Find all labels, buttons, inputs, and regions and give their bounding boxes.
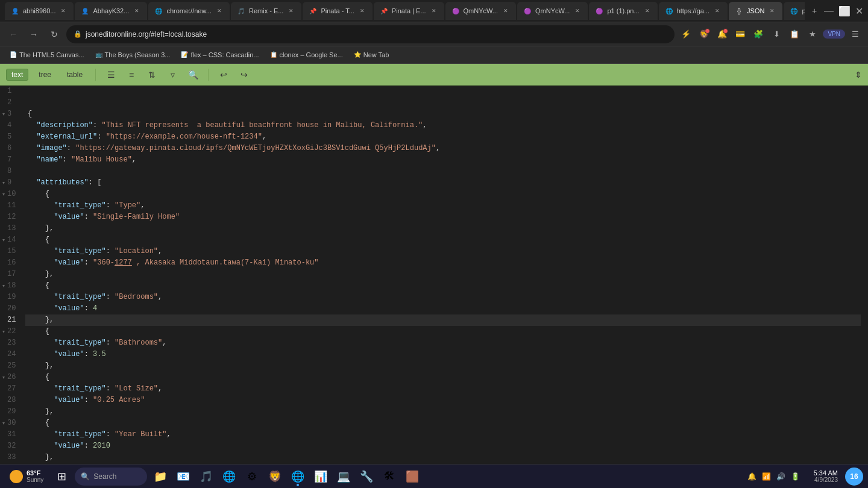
taskbar-app-browser[interactable]: 🌐: [287, 466, 309, 487]
maximize-button[interactable]: ⬜: [838, 5, 851, 17]
vpn-button[interactable]: VPN: [823, 30, 845, 39]
tab-close-button[interactable]: ✕: [133, 7, 141, 15]
code-line: [25, 86, 861, 97]
taskbar-search-box[interactable]: 🔍 Search: [75, 468, 147, 486]
bookmark-item[interactable]: ⭐ New Tab: [349, 48, 394, 61]
brave-rewards-icon[interactable]: ⚡: [678, 27, 694, 42]
taskbar-apps: 📁 📧 🎵 🌐 ⚙ 🦁 🌐 📊 💻 🔧 🛠 🟫: [149, 466, 423, 487]
bookmark-label: New Tab: [363, 51, 389, 58]
taskbar-app-chrome[interactable]: 🌐: [218, 466, 240, 487]
taskbar-app-terminal[interactable]: 🔧: [356, 466, 377, 487]
tab-close-button[interactable]: ✕: [287, 7, 295, 15]
weather-widget[interactable]: 63°F Sunny: [5, 469, 48, 483]
tray-battery[interactable]: 🔋: [790, 471, 802, 483]
reload-button[interactable]: ↻: [46, 26, 63, 43]
taskbar-app-dev[interactable]: 🛠: [379, 466, 400, 487]
bookmark-item[interactable]: 📺 The Boys (Season 3...: [90, 48, 175, 61]
view-text-button[interactable]: text: [6, 69, 28, 81]
taskbar-app-explorer[interactable]: 📁: [149, 466, 171, 487]
notifications-icon[interactable]: 🔔: [714, 27, 730, 42]
new-tab-button[interactable]: +: [807, 4, 822, 18]
fold-arrow[interactable]: ▾: [0, 108, 7, 120]
browser-tab-tab9[interactable]: 🟣 p1 (1).pn... ✕: [589, 2, 657, 20]
taskbar-app-brave[interactable]: 🦁: [264, 466, 286, 487]
view-tree-button[interactable]: tree: [33, 69, 57, 81]
taskbar-clock[interactable]: 5:34 AM 4/9/2023: [809, 469, 843, 483]
line-number: 5: [7, 131, 17, 143]
tab-close-button[interactable]: ✕: [573, 7, 582, 15]
browser-tab-tab11[interactable]: {} JSON ✕: [729, 2, 782, 20]
taskbar-app-excel[interactable]: 📊: [310, 466, 332, 487]
fold-arrow[interactable]: ▾: [0, 372, 7, 383]
tab-close-button[interactable]: ✕: [502, 7, 510, 15]
tray-notifications[interactable]: 🔔: [746, 471, 758, 483]
sort-button[interactable]: ⇅: [144, 67, 160, 83]
line-number: 25: [7, 360, 22, 372]
start-button[interactable]: ⊞: [51, 466, 72, 487]
filter-button[interactable]: ▿: [165, 67, 180, 83]
wallet-icon[interactable]: 💳: [732, 27, 748, 42]
taskbar-app-settings[interactable]: ⚙: [241, 466, 263, 487]
tab-close-button[interactable]: ✕: [713, 7, 722, 15]
downloads-icon[interactable]: ⬇: [769, 27, 784, 42]
close-button[interactable]: ✕: [855, 5, 863, 17]
line-number: 13: [7, 223, 22, 234]
taskbar-avatar[interactable]: 16: [845, 468, 863, 486]
redo-button[interactable]: ↪: [236, 67, 252, 83]
screenshare-icon[interactable]: 📋: [787, 27, 802, 42]
search-button[interactable]: 🔍: [185, 67, 201, 83]
taskbar-app-other[interactable]: 🟫: [401, 466, 423, 487]
browser-tab-tab7[interactable]: 🟣 QmNYcW... ✕: [445, 2, 516, 20]
fold-arrow[interactable]: ▾: [0, 326, 7, 337]
browser-tab-tab6[interactable]: 📌 Pinata | E... ✕: [374, 2, 444, 20]
taskbar-app-vscode[interactable]: 💻: [333, 466, 354, 487]
extensions-icon[interactable]: 🧩: [750, 27, 766, 42]
browser-tab-tab12[interactable]: 🌐 property ... ✕: [784, 2, 805, 20]
fold-arrow: [0, 97, 7, 108]
browser-tab-tab10[interactable]: 🌐 https://ga... ✕: [659, 2, 728, 20]
fold-arrow[interactable]: ▾: [0, 189, 7, 200]
tab-favicon: 👤: [81, 7, 89, 15]
bookmark-item[interactable]: 📋 clonex – Google Se...: [265, 48, 348, 61]
expand-button[interactable]: ⇕: [855, 70, 862, 80]
scrollbar-track[interactable]: [861, 86, 868, 464]
shields-icon[interactable]: 🦁: [696, 27, 712, 42]
taskbar-app-mail[interactable]: 📧: [172, 466, 194, 487]
tab-close-button[interactable]: ✕: [643, 7, 652, 15]
fold-arrow: [0, 120, 7, 131]
browser-tab-tab8[interactable]: 🟣 QmNYcW... ✕: [517, 2, 588, 20]
menu-button[interactable]: ☰: [848, 27, 863, 42]
browser-tab-tab5[interactable]: 📌 Pinata - T... ✕: [303, 2, 372, 20]
tray-wifi[interactable]: 📶: [761, 471, 773, 483]
tab-close-button[interactable]: ✕: [768, 7, 776, 15]
taskbar-app-spotify[interactable]: 🎵: [195, 466, 217, 487]
browser-tab-tab3[interactable]: 🌐 chrome://new... ✕: [148, 2, 230, 20]
browser-tab-tab2[interactable]: 👤 AbhayK32... ✕: [75, 2, 147, 20]
code-area[interactable]: { "description": "This NFT represents a …: [25, 86, 861, 464]
address-bar[interactable]: 🔒 jsoneditoronline.org/#left=local.tosak…: [66, 25, 675, 43]
tray-volume[interactable]: 🔊: [775, 471, 787, 483]
tab-close-button[interactable]: ✕: [358, 7, 366, 15]
view-table-button[interactable]: table: [61, 69, 88, 81]
tab-close-button[interactable]: ✕: [430, 7, 438, 15]
tab-close-button[interactable]: ✕: [215, 7, 224, 15]
clock-time: 5:34 AM: [814, 469, 838, 477]
fold-arrow[interactable]: ▾: [0, 418, 7, 429]
bookmarks-icon[interactable]: ★: [805, 27, 820, 42]
tab-close-button[interactable]: ✕: [59, 7, 68, 15]
minimize-button[interactable]: —: [824, 5, 834, 16]
forward-button[interactable]: →: [25, 26, 42, 43]
fold-arrow[interactable]: ▾: [0, 234, 7, 246]
line-number: 18: [7, 280, 22, 292]
back-button[interactable]: ←: [5, 26, 22, 43]
browser-tab-tab4[interactable]: 🎵 Remix - E... ✕: [231, 2, 301, 20]
fold-arrow[interactable]: ▾: [0, 177, 7, 189]
undo-button[interactable]: ↩: [216, 67, 231, 83]
bookmark-item[interactable]: 📄 The HTML5 Canvas...: [5, 48, 89, 61]
fold-arrow[interactable]: ▾: [0, 280, 7, 292]
format-button[interactable]: ☰: [103, 67, 119, 83]
compact-button[interactable]: ≡: [124, 67, 139, 83]
bookmark-item[interactable]: 📝 flex – CSS: Cascadin...: [176, 48, 263, 61]
browser-tab-tab1[interactable]: 👤 abhi8960... ✕: [5, 2, 74, 20]
line-number: 22: [7, 326, 22, 337]
